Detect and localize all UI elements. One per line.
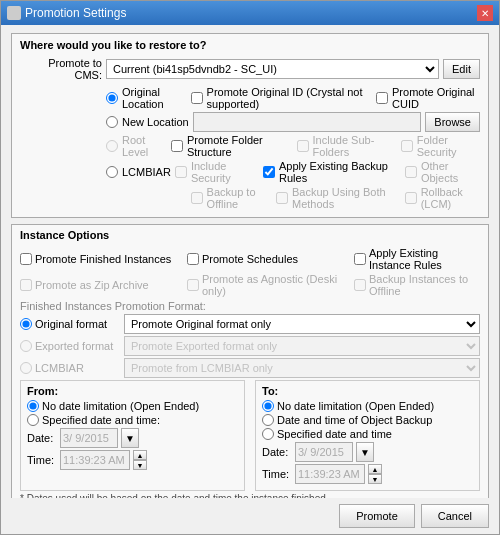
to-object-backup-row: Date and time of Object Backup — [262, 414, 473, 426]
from-time-up[interactable]: ▲ — [133, 450, 147, 460]
new-location-label[interactable]: New Location — [122, 116, 189, 128]
backup-instances-checkbox[interactable] — [354, 279, 366, 291]
promote-finished-label[interactable]: Promote Finished Instances — [35, 253, 171, 265]
rollback-label[interactable]: Rollback (LCM) — [421, 186, 480, 210]
cancel-button[interactable]: Cancel — [421, 504, 489, 528]
folder-security-label[interactable]: Folder Security — [417, 134, 480, 158]
to-date-label: Date: — [262, 446, 292, 458]
from-no-date-radio[interactable] — [27, 400, 39, 412]
to-date-picker-button[interactable]: ▼ — [356, 442, 374, 462]
from-date-label: Date: — [27, 432, 57, 444]
promote-original-id-label[interactable]: Promote Original ID (Crystal not support… — [207, 86, 372, 110]
lcmbiar-format-label[interactable]: LCMBIAR — [35, 362, 84, 374]
lcmbiar-format-radio[interactable] — [20, 362, 32, 374]
new-location-radio[interactable] — [106, 116, 118, 128]
original-format-label[interactable]: Original format — [35, 318, 107, 330]
to-date-input[interactable] — [295, 442, 353, 462]
promote-original-cuid-checkbox[interactable] — [376, 92, 388, 104]
apply-instance-rules-checkbox[interactable] — [354, 253, 366, 265]
browse-button[interactable]: Browse — [425, 112, 480, 132]
promote-zip-checkbox[interactable] — [20, 279, 32, 291]
original-format-select[interactable]: Promote Original format only — [124, 314, 480, 334]
edit-button[interactable]: Edit — [443, 59, 480, 79]
include-security-checkbox[interactable] — [175, 166, 187, 178]
from-time-down[interactable]: ▼ — [133, 460, 147, 470]
promote-zip-label[interactable]: Promote as Zip Archive — [35, 279, 149, 291]
promote-agnostic-checkbox[interactable] — [187, 279, 199, 291]
to-specified-radio[interactable] — [262, 428, 274, 440]
lcmbiar-label[interactable]: LCMBIAR — [122, 166, 171, 178]
promote-agnostic-label[interactable]: Promote as Agnostic (Deski only) — [202, 273, 352, 297]
promote-button[interactable]: Promote — [339, 504, 415, 528]
new-location-input[interactable] — [193, 112, 422, 132]
promote-schedules-checkbox[interactable] — [187, 253, 199, 265]
exported-format-select[interactable]: Promote Exported format only — [124, 336, 480, 356]
to-specified-label[interactable]: Specified date and time — [277, 428, 392, 440]
promote-finished-checkbox[interactable] — [20, 253, 32, 265]
promote-folder-structure-label[interactable]: Promote Folder Structure — [187, 134, 293, 158]
from-date-input[interactable] — [60, 428, 118, 448]
promote-schedules-label[interactable]: Promote Schedules — [202, 253, 298, 265]
to-object-backup-radio[interactable] — [262, 414, 274, 426]
from-specified-label[interactable]: Specified date and time: — [42, 414, 160, 426]
from-no-date-label[interactable]: No date limitation (Open Ended) — [42, 400, 199, 412]
exported-format-radio[interactable] — [20, 340, 32, 352]
new-location-row: New Location Browse — [20, 112, 480, 132]
include-sub-folders-label[interactable]: Include Sub-Folders — [313, 134, 397, 158]
root-level-label[interactable]: Root Level — [122, 134, 167, 158]
backup-using-both-label[interactable]: Backup Using Both Methods — [292, 186, 401, 210]
promote-schedules-item: Promote Schedules — [187, 247, 352, 271]
close-button[interactable]: ✕ — [477, 5, 493, 21]
to-no-date-row: No date limitation (Open Ended) — [262, 400, 473, 412]
backup-to-offline-label[interactable]: Backup to Offline — [207, 186, 272, 210]
to-specified-row: Specified date and time — [262, 428, 473, 440]
backup-using-both-checkbox[interactable] — [276, 192, 288, 204]
original-format-row: Original format Promote Original format … — [20, 314, 480, 334]
lcmbiar-format-select[interactable]: Promote from LCMBIAR only — [124, 358, 480, 378]
to-no-date-label[interactable]: No date limitation (Open Ended) — [277, 400, 434, 412]
original-location-radio[interactable] — [106, 92, 118, 104]
window-title: Promotion Settings — [25, 6, 126, 20]
original-format-radio[interactable] — [20, 318, 32, 330]
apply-existing-backup-label[interactable]: Apply Existing Backup Rules — [279, 160, 401, 184]
include-security-label[interactable]: Include Security — [191, 160, 259, 184]
apply-existing-backup-checkbox[interactable] — [263, 166, 275, 178]
backup-instances-label[interactable]: Backup Instances to Offline — [369, 273, 480, 297]
from-time-spinner[interactable]: ▲ ▼ — [133, 450, 147, 470]
other-objects-checkbox[interactable] — [405, 166, 417, 178]
to-time-input[interactable] — [295, 464, 365, 484]
original-location-row: Original Location Promote Original ID (C… — [20, 86, 480, 110]
rollback-checkbox[interactable] — [405, 192, 417, 204]
to-title: To: — [262, 385, 473, 397]
from-specified-radio[interactable] — [27, 414, 39, 426]
other-objects-label[interactable]: Other Objects — [421, 160, 480, 184]
footnote: * Dates used will be based on the date a… — [20, 493, 480, 498]
exported-format-label[interactable]: Exported format — [35, 340, 113, 352]
root-level-radio[interactable] — [106, 140, 118, 152]
from-date-picker-button[interactable]: ▼ — [121, 428, 139, 448]
folder-security-checkbox[interactable] — [401, 140, 413, 152]
to-object-backup-label[interactable]: Date and time of Object Backup — [277, 414, 432, 426]
to-no-date-radio[interactable] — [262, 400, 274, 412]
to-time-spinner[interactable]: ▲ ▼ — [368, 464, 382, 484]
to-time-down[interactable]: ▼ — [368, 474, 382, 484]
cms-select[interactable]: Current (bi41sp5dvndb2 - SC_UI) — [106, 59, 439, 79]
promote-folder-structure-checkbox[interactable] — [171, 140, 183, 152]
section-question: Where would you like to restore to? — [20, 39, 480, 51]
lcmbiar-radio[interactable] — [106, 166, 118, 178]
original-location-label[interactable]: Original Location — [122, 86, 187, 110]
from-section: From: No date limitation (Open Ended) Sp… — [20, 380, 245, 491]
from-time-input[interactable] — [60, 450, 130, 470]
to-time-row: Time: ▲ ▼ — [262, 464, 473, 484]
instance-section: Instance Options Promote Finished Instan… — [11, 224, 489, 498]
to-time-up[interactable]: ▲ — [368, 464, 382, 474]
promote-original-cuid-label[interactable]: Promote Original CUID — [392, 86, 480, 110]
location-section: Where would you like to restore to? Prom… — [11, 33, 489, 218]
backup-to-offline-checkbox[interactable] — [191, 192, 203, 204]
instance-options-second-row: Promote as Zip Archive Promote as Agnost… — [20, 273, 480, 297]
include-sub-folders-checkbox[interactable] — [297, 140, 309, 152]
promote-original-id-checkbox[interactable] — [191, 92, 203, 104]
apply-instance-rules-label[interactable]: Apply Existing Instance Rules — [369, 247, 480, 271]
folder-structure-row: Root Level Promote Folder Structure Incl… — [20, 134, 480, 158]
from-no-date-row: No date limitation (Open Ended) — [27, 400, 238, 412]
